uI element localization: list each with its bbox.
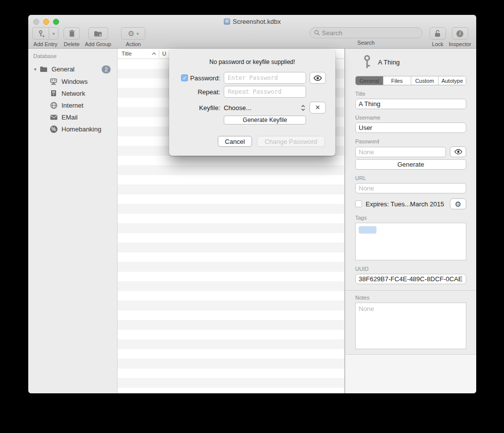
change-password-dialog: No password or keyfile supplied! ✓ Passw… [169,50,335,156]
sidebar-header: Database [28,53,117,59]
expires-settings-button[interactable]: ⚙ [450,198,466,209]
sidebar-item-internet[interactable]: Internet [28,99,117,111]
lock-button[interactable] [430,27,446,40]
stepper-icon [301,105,305,111]
search-label: Search [357,40,375,46]
percent-icon: % [49,125,58,133]
inspector-footer [345,355,476,393]
lock-label: Lock [432,41,443,47]
add-entry-button[interactable]: ▾ [32,27,59,40]
tags-label: Tags [355,215,466,221]
globe-icon [49,101,58,109]
notes-label: Notes [355,295,466,301]
add-entry-label: Add Entry [33,41,57,47]
password-label: Password: [190,74,220,82]
action-button[interactable]: ⚙ ▾ [121,27,145,40]
uuid-field[interactable] [355,274,466,284]
info-icon: i [456,30,463,37]
username-label: Username [355,115,466,121]
title-label: Title [355,91,466,97]
sidebar-item-label: Homebanking [62,125,101,133]
inspector-label: Inspector [449,41,471,47]
notes-field[interactable] [355,303,466,349]
enter-password-input[interactable] [224,72,306,84]
tab-autotype[interactable]: Autotype [439,76,466,85]
generate-password-button[interactable]: Generate [355,159,466,170]
tag-token[interactable] [359,226,377,234]
inspector-button[interactable]: i [452,27,468,40]
expires-label: Expires: Tues...March 2015 [366,200,444,208]
search-input[interactable]: Search [310,27,423,38]
close-icon: × [315,103,320,112]
window-title: Screenshot.kdbx [28,18,476,25]
password-checkbox[interactable]: ✓ [181,74,188,81]
username-field[interactable] [355,123,466,133]
keyfile-popup[interactable]: Choose... [224,104,306,112]
cancel-button[interactable]: Cancel [218,136,252,147]
expires-checkbox[interactable] [355,200,362,207]
chevron-down-icon: ▾ [136,31,139,36]
eye-icon [313,75,322,81]
sidebar-item-homebanking[interactable]: % Homebanking [28,123,117,135]
key-icon [363,55,371,69]
server-icon [49,89,58,97]
disclosure-triangle-icon[interactable]: ▾ [31,66,39,72]
title-field[interactable] [355,99,466,109]
envelope-icon [49,113,58,121]
sidebar-group-general[interactable]: ▾ General 2 [28,63,117,75]
show-password-button[interactable] [310,72,326,84]
sidebar-group-label: General [52,65,74,73]
repeat-label: Repeat: [197,88,220,96]
sidebar-item-label: EMail [62,114,78,121]
sort-ascending-icon [152,52,156,55]
eye-icon [454,149,463,155]
generate-keyfile-button[interactable]: Generate Keyfile [224,116,306,124]
gear-icon: ⚙ [128,30,134,37]
search-placeholder: Search [322,29,342,37]
document-icon [224,18,230,25]
add-entry-dropdown[interactable]: ▾ [49,27,59,40]
sidebar-item-label: Internet [62,102,83,109]
add-group-button[interactable] [88,27,108,40]
sidebar: Database ▾ General 2 Windows Network [28,49,118,393]
sidebar-item-network[interactable]: Network [28,87,117,99]
tab-general[interactable]: General [356,76,383,85]
keyfile-label: Keyfile: [199,104,220,112]
show-password-button[interactable] [450,146,466,157]
inspector-tabs: General Files Custom Autotype [355,76,466,85]
inspector-panel: A Thing General Files Custom Autotype Ti… [345,49,476,393]
sidebar-item-label: Windows [62,78,88,85]
delete-label: Delete [64,41,80,47]
sidebar-item-email[interactable]: EMail [28,111,117,123]
folder-plus-icon [94,30,102,37]
uuid-label: UUID [355,266,466,272]
toolbar: Screenshot.kdbx ▾ Add Entry Delete [28,15,476,49]
repeat-password-input[interactable] [224,86,306,98]
key-plus-icon[interactable] [32,27,49,40]
search-icon [314,30,320,36]
tags-field[interactable] [355,223,466,260]
url-field[interactable] [355,183,466,193]
clear-keyfile-button[interactable]: × [310,102,326,114]
action-label: Action [126,41,141,47]
trash-icon [68,30,75,37]
column-header-title[interactable]: Title [118,51,159,57]
tab-files[interactable]: Files [383,76,411,85]
delete-button[interactable] [63,27,80,40]
tab-custom[interactable]: Custom [411,76,439,85]
change-password-button[interactable]: Change Password [257,136,325,147]
dialog-message: No password or keyfile supplied! [169,59,335,65]
gear-icon: ⚙ [455,200,461,208]
windows-icon [49,77,58,85]
sidebar-item-windows[interactable]: Windows [28,75,117,87]
url-label: URL [355,175,466,181]
column-header-username[interactable]: U [159,51,166,57]
app-window: Screenshot.kdbx ▾ Add Entry Delete [28,15,476,393]
password-label: Password [355,138,466,144]
entry-count-badge: 2 [102,65,111,73]
keyfile-value: Choose... [224,104,252,112]
password-field[interactable] [355,147,446,157]
entry-title: A Thing [378,59,400,66]
divider [345,290,476,291]
add-group-label: Add Group [85,41,111,47]
